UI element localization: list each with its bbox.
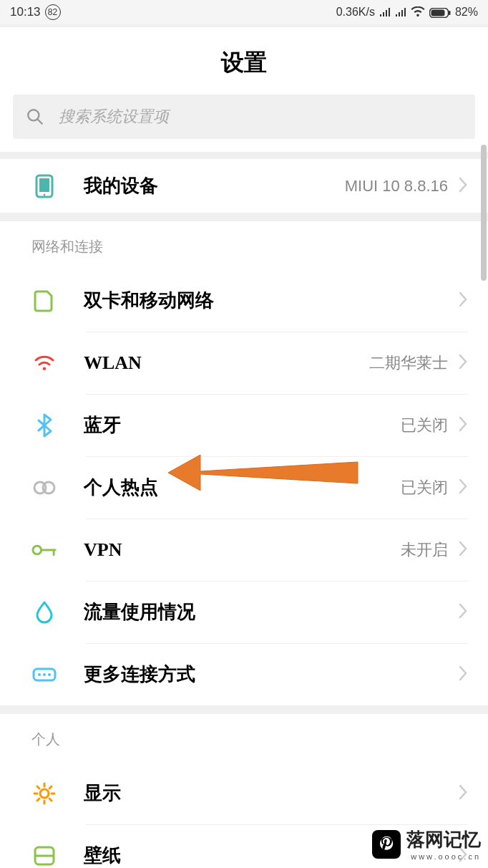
wifi-icon xyxy=(31,350,57,375)
item-value: 未开启 xyxy=(401,539,448,561)
drop-icon xyxy=(31,599,57,625)
search-bar[interactable] xyxy=(13,95,475,139)
sim-icon xyxy=(31,288,57,313)
bluetooth-icon xyxy=(31,413,57,438)
search-icon xyxy=(26,107,44,126)
wallpaper-icon xyxy=(31,843,57,868)
chevron-right-icon xyxy=(458,665,468,684)
svg-line-24 xyxy=(37,799,39,801)
svg-point-16 xyxy=(48,673,51,676)
svg-point-14 xyxy=(38,673,41,676)
item-label: 显示 xyxy=(84,781,458,806)
item-my-device[interactable]: 我的设备 MIUI 10 8.8.16 xyxy=(0,159,488,213)
svg-rect-2 xyxy=(449,11,451,15)
vpn-key-icon xyxy=(31,537,57,562)
item-label: 蓝牙 xyxy=(84,413,401,438)
item-label: 流量使用情况 xyxy=(84,599,458,625)
device-icon xyxy=(31,173,57,198)
item-vpn[interactable]: VPN 未开启 xyxy=(0,519,488,581)
watermark-logo-icon xyxy=(372,830,401,859)
item-wlan[interactable]: WLAN 二期华莱士 xyxy=(0,332,488,394)
status-misc-badge: 82 xyxy=(45,4,61,20)
wifi-status-icon xyxy=(411,6,425,18)
svg-point-7 xyxy=(43,193,45,196)
svg-point-9 xyxy=(43,482,54,493)
watermark-url: www.oooc.cn xyxy=(406,852,481,861)
item-label: 我的设备 xyxy=(84,173,345,198)
watermark-text: 落网记忆 xyxy=(406,827,481,852)
item-value: 已关闭 xyxy=(401,477,448,498)
item-label: 双卡和移动网络 xyxy=(84,288,458,313)
battery-pct: 82% xyxy=(455,6,478,19)
svg-line-23 xyxy=(49,799,52,801)
item-more-connections[interactable]: 更多连接方式 xyxy=(0,643,488,705)
item-label: 个人热点 xyxy=(84,475,401,500)
watermark: 落网记忆 www.oooc.cn xyxy=(372,827,481,861)
item-value: 二期华莱士 xyxy=(369,352,448,374)
item-value: 已关闭 xyxy=(401,415,448,436)
signal-icon xyxy=(379,7,391,17)
item-data-usage[interactable]: 流量使用情况 xyxy=(0,581,488,643)
item-display[interactable]: 显示 xyxy=(0,762,488,824)
section-header-personal: 个人 xyxy=(0,714,488,762)
svg-point-10 xyxy=(33,546,42,554)
signal-icon-2 xyxy=(395,7,406,17)
item-sim[interactable]: 双卡和移动网络 xyxy=(0,269,488,332)
display-gear-icon xyxy=(31,781,57,806)
chevron-right-icon xyxy=(458,478,468,497)
status-speed: 0.36K/s xyxy=(336,6,375,19)
scrollbar[interactable] xyxy=(481,145,487,281)
status-bar: 10:13 82 0.36K/s 82% xyxy=(0,0,488,24)
chevron-right-icon xyxy=(458,291,468,310)
section-header-network: 网络和连接 xyxy=(0,221,488,269)
item-bluetooth[interactable]: 蓝牙 已关闭 xyxy=(0,394,488,456)
chevron-right-icon xyxy=(458,541,468,559)
search-input[interactable] xyxy=(59,107,462,126)
chevron-right-icon xyxy=(458,603,468,622)
svg-point-15 xyxy=(43,673,46,676)
page-title: 设置 xyxy=(0,27,488,95)
chevron-right-icon xyxy=(458,784,468,803)
item-label: WLAN xyxy=(84,352,369,374)
status-time: 10:13 xyxy=(10,5,41,19)
hotspot-icon xyxy=(31,475,57,500)
item-label: 更多连接方式 xyxy=(84,662,458,687)
svg-line-22 xyxy=(37,786,39,789)
item-value: MIUI 10 8.8.16 xyxy=(345,177,448,196)
chevron-right-icon xyxy=(458,416,468,435)
svg-line-25 xyxy=(49,786,52,789)
chevron-right-icon xyxy=(458,177,468,196)
chevron-right-icon xyxy=(458,354,468,372)
svg-point-17 xyxy=(40,789,49,798)
more-icon xyxy=(31,662,57,687)
svg-line-4 xyxy=(37,119,42,124)
svg-rect-1 xyxy=(431,10,444,16)
item-hotspot[interactable]: 个人热点 已关闭 xyxy=(0,456,488,519)
battery-icon xyxy=(429,6,451,18)
svg-rect-6 xyxy=(39,178,49,192)
item-label: VPN xyxy=(84,539,401,561)
